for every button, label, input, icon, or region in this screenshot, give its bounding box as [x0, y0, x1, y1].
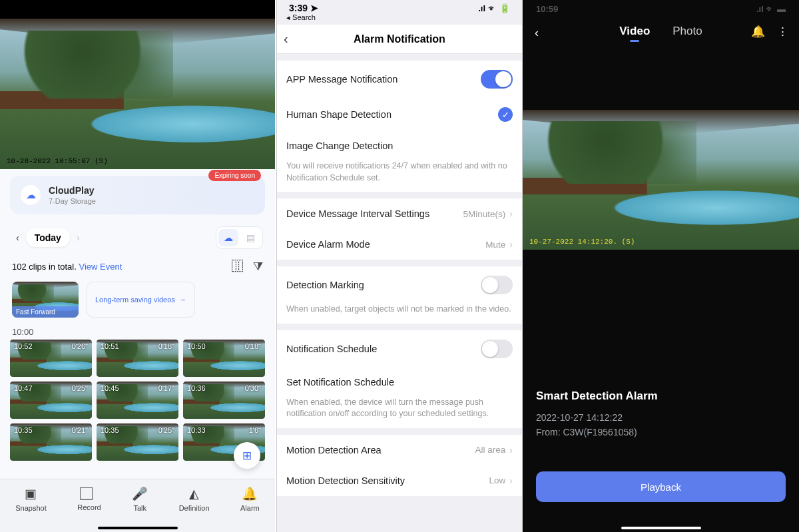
- alarm-device: From: C3W(F19561058): [536, 427, 786, 437]
- home-indicator[interactable]: [621, 527, 701, 529]
- feed-timestamp: 10-27-2022 14:12:20. (S): [529, 238, 635, 246]
- clip-thumbnail[interactable]: 10:510'18": [97, 340, 178, 377]
- tab-video[interactable]: Video: [619, 25, 650, 41]
- chevron-right-icon: ›: [509, 239, 513, 250]
- alarm-timestamp: 2022-10-27 14:12:22: [536, 412, 786, 423]
- cloud-upload-icon: ☁: [21, 185, 41, 205]
- chevron-right-icon: ›: [509, 475, 513, 486]
- bell-icon: 🔔: [242, 486, 258, 501]
- long-term-saving-card[interactable]: Long-term saving videos →: [87, 282, 195, 318]
- row-motion-detection-area[interactable]: Motion Detection Area All area›: [277, 435, 522, 465]
- phone-right-alarm-detail: 10:59 .ıl ᯤ ▬ ‹ Video Photo 🔔 ⋮ 10-27-20…: [523, 0, 799, 532]
- row-alarm-mode[interactable]: Device Alarm Mode Mute›: [277, 229, 522, 260]
- clips-summary-row: 102 clips in total. View Event ⿲ ⧩: [12, 260, 263, 274]
- bell-icon[interactable]: 🔔: [751, 25, 765, 39]
- alarm-button[interactable]: 🔔Alarm: [240, 486, 260, 512]
- day-chip[interactable]: Today: [26, 228, 70, 247]
- fast-forward-label: Fast Forward: [12, 306, 79, 318]
- toggle-notif-schedule[interactable]: [481, 340, 513, 358]
- toggle-detection-marking[interactable]: [481, 276, 513, 294]
- clip-thumbnail[interactable]: 10:360'30": [183, 382, 265, 419]
- help-image-change: You will receive notifications 24/7 when…: [277, 160, 522, 192]
- row-notification-schedule[interactable]: Notification Schedule: [277, 330, 522, 368]
- next-day-button[interactable]: ›: [73, 231, 84, 244]
- clip-thumbnail[interactable]: 10:520'26": [10, 340, 92, 377]
- settings-header: ‹ Alarm Notification: [277, 25, 522, 54]
- cloudplay-card[interactable]: ☁ CloudPlay 7-Day Storage Expiring soon: [10, 176, 265, 214]
- help-set-notif-schedule: When enabled, the device will turn the m…: [277, 397, 522, 428]
- clip-thumbnail[interactable]: 10:470'25": [10, 382, 92, 419]
- mic-icon: 🎤: [132, 486, 148, 501]
- clips-total-text: 102 clips in total. View Event: [12, 262, 122, 272]
- status-bar-blackout: [0, 0, 275, 19]
- alarm-clip-preview[interactable]: 10-27-2022 14:12:20. (S): [523, 110, 799, 250]
- row-set-notification-schedule[interactable]: Set Notification Schedule: [277, 368, 522, 397]
- clips-grid: 10:520'26" 10:510'18" 10:500'18" 10:470'…: [0, 340, 275, 461]
- definition-button[interactable]: ◭Definition: [179, 486, 210, 512]
- bottom-toolbar: ▣Snapshot ⃞Record 🎤Talk ◭Definition 🔔Ala…: [0, 479, 275, 532]
- media-tabs: ‹ Video Photo 🔔 ⋮: [523, 18, 799, 50]
- talk-button[interactable]: 🎤Talk: [132, 486, 148, 512]
- hour-header: 10:00: [12, 327, 263, 337]
- status-time: 10:59: [536, 4, 558, 14]
- expiring-badge: Expiring soon: [208, 170, 261, 181]
- check-icon: ✓: [498, 107, 513, 122]
- clip-thumbnail[interactable]: 10:350'21": [10, 423, 92, 461]
- clip-thumbnail[interactable]: 10:450'17": [97, 382, 178, 419]
- filter-icon[interactable]: ⧩: [253, 260, 263, 274]
- camera-feed: 10-27-2022 14:12:20. (S): [523, 110, 799, 250]
- row-app-message-notification[interactable]: APP Message Notification: [277, 61, 522, 98]
- definition-icon: ◭: [189, 486, 199, 501]
- location-icon: ➤: [310, 3, 318, 13]
- row-human-shape-detection[interactable]: Human Shape Detection ✓: [277, 98, 522, 131]
- prev-day-button[interactable]: ‹: [12, 231, 23, 244]
- clip-thumbnail[interactable]: 10:350'25": [97, 423, 178, 461]
- help-detection-marking: When unabled, target objects will not be…: [277, 304, 522, 324]
- status-bar: 3:39 ➤ .ıl ᯤ 🔋: [277, 0, 522, 13]
- wifi-icon: ᯤ: [488, 3, 497, 13]
- phone-left-timeline: 10-28-2022 10:55:07 (S) ☁ CloudPlay 7-Da…: [0, 0, 276, 532]
- battery-icon: 🔋: [499, 3, 510, 13]
- home-indicator[interactable]: [98, 527, 178, 529]
- toggle-app-message[interactable]: [481, 70, 513, 89]
- row-interval-settings[interactable]: Device Message Interval Settings 5Minute…: [277, 198, 522, 229]
- source-cloud-button[interactable]: ☁: [218, 229, 238, 246]
- back-button[interactable]: ‹: [535, 26, 539, 40]
- arrow-right-icon: →: [179, 295, 186, 304]
- tab-photo[interactable]: Photo: [672, 25, 702, 41]
- signal-icon: .ıl: [756, 4, 764, 14]
- layout-icon[interactable]: ⿲: [232, 260, 244, 274]
- clip-thumbnail[interactable]: 10:500'18": [183, 340, 265, 377]
- phone-middle-settings: 3:39 ➤ .ıl ᯤ 🔋 ◂ Search ‹ Alarm Notifica…: [276, 0, 523, 532]
- alarm-title: Smart Detection Alarm: [536, 390, 786, 403]
- record-button[interactable]: ⃞Record: [77, 486, 101, 511]
- chevron-right-icon: ›: [509, 445, 513, 455]
- row-motion-detection-sensitivity[interactable]: Motion Detection Sensitivity Low›: [277, 465, 522, 496]
- live-view[interactable]: 10-28-2022 10:55:07 (S): [0, 0, 275, 169]
- row-detection-marking[interactable]: Detection Marking: [277, 266, 522, 304]
- camera-icon: ▣: [25, 486, 37, 501]
- cloudplay-title: CloudPlay: [49, 185, 96, 196]
- back-button[interactable]: ‹: [284, 31, 288, 47]
- grid-layout-fab[interactable]: ⊞: [234, 442, 260, 469]
- source-toggle: ☁ ▤: [216, 226, 263, 249]
- battery-icon: ▬: [777, 4, 786, 14]
- chevron-right-icon: ›: [509, 208, 513, 219]
- snapshot-button[interactable]: ▣Snapshot: [15, 486, 46, 512]
- day-selector-row: ‹ Today › ☁ ▤: [12, 226, 263, 249]
- camera-feed: 10-28-2022 10:55:07 (S): [0, 19, 275, 169]
- status-time: 3:39 ➤: [289, 3, 318, 13]
- status-bar: 10:59 .ıl ᯤ ▬: [523, 0, 799, 18]
- breadcrumb-search[interactable]: ◂ Search: [277, 13, 522, 22]
- playback-button[interactable]: Playback: [536, 471, 786, 502]
- more-icon[interactable]: ⋮: [777, 25, 788, 39]
- row-image-change-detection[interactable]: Image Change Detection: [277, 131, 522, 160]
- cloudplay-subtitle: 7-Day Storage: [49, 197, 96, 205]
- alarm-info: Smart Detection Alarm 2022-10-27 14:12:2…: [523, 372, 799, 459]
- view-event-link[interactable]: View Event: [79, 262, 122, 272]
- fast-forward-card[interactable]: Fast Forward: [12, 282, 79, 318]
- page-title: Alarm Notification: [354, 33, 445, 45]
- source-sdcard-button[interactable]: ▤: [240, 229, 260, 246]
- signal-icon: .ıl: [478, 3, 485, 13]
- wifi-icon: ᯤ: [766, 4, 774, 14]
